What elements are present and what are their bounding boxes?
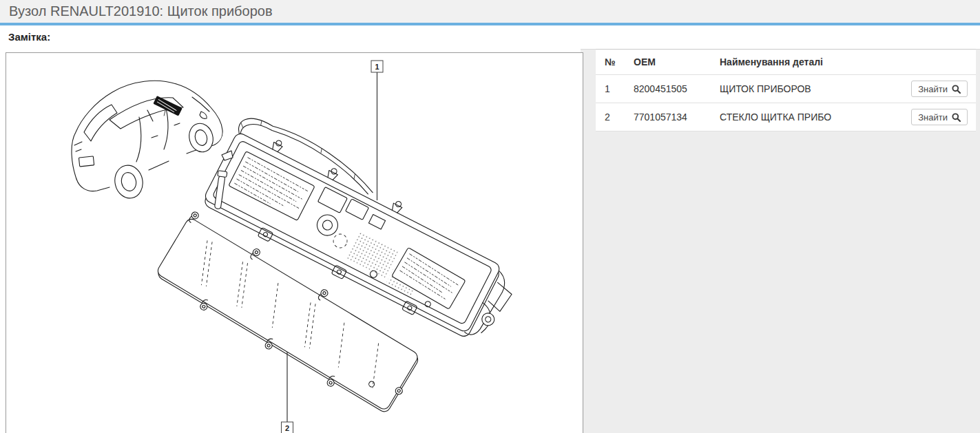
diagram-canvas: 1 2 bbox=[6, 53, 583, 433]
callout-1[interactable]: 1 bbox=[371, 61, 383, 200]
page-header: Вузол RENAULT201910: Щиток приборов bbox=[0, 0, 980, 25]
cluster-location-marker bbox=[150, 96, 182, 122]
svg-text:1: 1 bbox=[375, 63, 379, 71]
find-button[interactable]: Знайти bbox=[911, 109, 968, 125]
search-icon bbox=[952, 85, 961, 94]
svg-text:2: 2 bbox=[285, 424, 289, 432]
find-button-label: Знайти bbox=[918, 84, 948, 94]
find-button[interactable]: Знайти bbox=[911, 81, 968, 97]
col-header-name: Найменування деталі bbox=[720, 56, 906, 67]
table-row: 1 8200451505 ЩИТОК ПРИБОРОВ Знайти bbox=[596, 75, 976, 103]
part-number: 2 bbox=[596, 112, 634, 123]
car-illustration bbox=[72, 81, 222, 200]
table-row: 2 7701057134 СТЕКЛО ЩИТКА ПРИБО Знайти bbox=[596, 103, 976, 131]
part-oem: 7701057134 bbox=[634, 112, 720, 123]
diagram-panel: 1 2 bbox=[6, 52, 583, 433]
part-name: ЩИТОК ПРИБОРОВ bbox=[720, 83, 906, 94]
unit-title: Вузол RENAULT201910: Щиток приборов bbox=[0, 0, 980, 22]
callout-2[interactable]: 2 bbox=[282, 352, 293, 433]
page: { "header": { "title": "Вузол RENAULT201… bbox=[0, 0, 980, 433]
part-number: 1 bbox=[596, 83, 634, 94]
part-name: СТЕКЛО ЩИТКА ПРИБО bbox=[720, 112, 906, 123]
search-icon bbox=[952, 113, 961, 122]
col-header-oem: OEM bbox=[634, 56, 720, 67]
note-label: Замітка: bbox=[8, 31, 50, 43]
parts-table-header: № OEM Найменування деталі bbox=[596, 50, 976, 75]
parts-table: № OEM Найменування деталі 1 8200451505 Щ… bbox=[596, 49, 976, 131]
col-header-num: № bbox=[596, 56, 634, 67]
find-button-label: Знайти bbox=[918, 112, 948, 123]
part-oem: 8200451505 bbox=[634, 83, 720, 94]
